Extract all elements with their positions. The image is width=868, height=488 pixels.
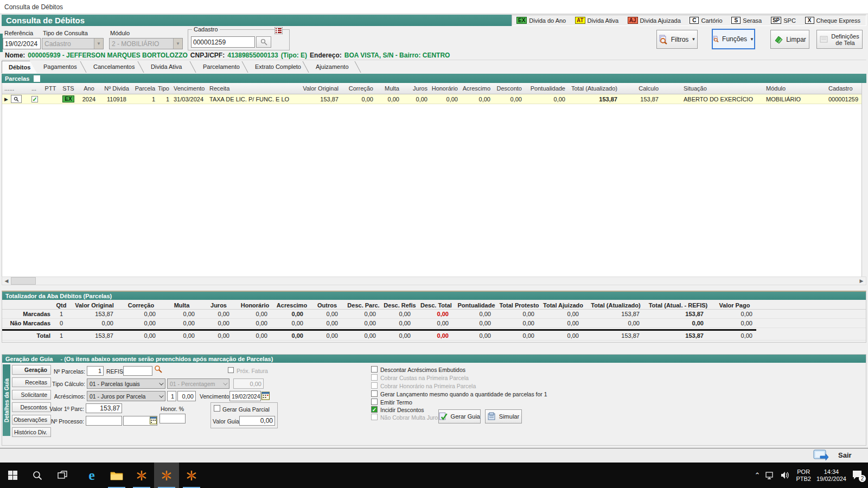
limpar-button[interactable]: Limpar: [770, 30, 809, 49]
header-cell[interactable]: Acrescimo: [460, 83, 493, 94]
header-cell[interactable]: Receita: [207, 83, 293, 94]
scroll-left-button[interactable]: ◀: [2, 277, 11, 285]
definicoes-tela-button[interactable]: Definiçõesde Tela: [816, 30, 863, 49]
filtros-button[interactable]: Filtros▼: [656, 30, 698, 49]
side-button-gera-o[interactable]: Geração: [12, 365, 51, 375]
referencia-input[interactable]: 19/02/2024: [3, 38, 41, 49]
header-cell[interactable]: Honorário: [430, 83, 460, 94]
honor-input[interactable]: [159, 414, 186, 423]
tray-expand-chevron[interactable]: ⌃: [755, 471, 761, 479]
detalhes-da-guia-tab[interactable]: Detalhes da Guia: [3, 364, 10, 436]
prox-fatura-checkbox[interactable]: [228, 367, 234, 373]
funcoes-button[interactable]: Funções▼: [712, 29, 755, 49]
gerar-guia-parcial-checkbox[interactable]: [214, 405, 220, 412]
app-button-3[interactable]: [179, 463, 204, 488]
valor-guia-input[interactable]: 0,00: [239, 416, 275, 426]
header-cell[interactable]: Tipo: [157, 83, 171, 94]
taskbar-search-button[interactable]: [25, 463, 50, 488]
sair-button[interactable]: Sair: [838, 451, 852, 459]
start-button[interactable]: [0, 463, 25, 488]
header-cell[interactable]: Juros: [401, 83, 430, 94]
header-cell[interactable]: Situação: [661, 83, 764, 94]
language-indicator[interactable]: PORPTB2: [796, 468, 811, 483]
geracao-checkbox-7[interactable]: [371, 414, 378, 420]
processo-calendar-button[interactable]: [150, 416, 157, 425]
acrescimos-select[interactable]: 01 - Juros por Parcela: [87, 391, 165, 401]
geracao-checkbox-5[interactable]: [371, 399, 378, 405]
geracao-checkbox-6[interactable]: ✓: [371, 406, 378, 413]
refis-input[interactable]: [123, 366, 152, 376]
refis-search-button[interactable]: [154, 365, 163, 374]
network-icon[interactable]: [765, 472, 775, 479]
row-zoom-button[interactable]: [11, 95, 22, 103]
totalizador-value: 0,00: [236, 332, 274, 339]
task-view-button[interactable]: [50, 463, 75, 488]
parcelas-select-all-checkbox[interactable]: [34, 75, 40, 82]
geracao-checkbox-1[interactable]: [371, 366, 378, 373]
grid-options-icon[interactable]: [275, 27, 283, 34]
cadastro-search-button[interactable]: [256, 36, 271, 48]
header-cell[interactable]: STS: [59, 83, 78, 94]
tipo-consulta-select[interactable]: Cadastro▼: [42, 38, 104, 49]
tab-extrato-completo[interactable]: Extrato Completo: [248, 61, 309, 73]
header-cell[interactable]: Parcela: [133, 83, 157, 94]
modulo-select[interactable]: 2 - MOBILIÁRIO▼: [109, 38, 183, 49]
tab-divida-ativa[interactable]: Divida Ativa: [144, 61, 196, 73]
gerar-guia-button[interactable]: Gerar Guia: [438, 409, 481, 423]
table-row[interactable]: ▶✓EX20241109181131/03/2024TAXA DE LIC. P…: [2, 94, 861, 104]
scrollbar-thumb[interactable]: [11, 277, 36, 285]
header-cell[interactable]: Multa: [375, 83, 401, 94]
row-checkbox-checked[interactable]: ✓: [31, 96, 38, 102]
header-cell[interactable]: Valor Original: [293, 83, 341, 94]
header-cell[interactable]: Nº Divida: [100, 83, 133, 94]
simular-button[interactable]: Simular: [485, 409, 522, 423]
geracao-checkbox-4[interactable]: [371, 390, 378, 397]
header-cell[interactable]: ......: [2, 83, 29, 94]
header-cell[interactable]: Ano: [78, 83, 100, 94]
geracao-checkbox-2[interactable]: [371, 374, 378, 381]
geracao-checkbox-3[interactable]: [371, 382, 378, 389]
file-explorer-button[interactable]: [104, 463, 129, 488]
tab-ajuizamento[interactable]: Ajuizamento: [309, 61, 361, 73]
processo-input-1[interactable]: [86, 416, 122, 426]
tab-d-bitos[interactable]: Débitos: [2, 61, 37, 73]
header-cell[interactable]: Cadastro: [826, 83, 861, 94]
side-button-receitas[interactable]: Receitas: [12, 377, 51, 387]
totalizador-value: 0,00: [201, 311, 236, 317]
notifications-button[interactable]: 2: [852, 470, 865, 481]
app-button-1[interactable]: [129, 463, 154, 488]
side-button-solicitante[interactable]: Solicitante: [12, 390, 51, 400]
tab-pagamentos[interactable]: Pagamentos: [37, 61, 87, 73]
tipo-calculo-select[interactable]: 01 - Parcelas Iguais: [87, 378, 165, 389]
side-button-observa-es[interactable]: Observações: [12, 415, 51, 425]
cadastro-input[interactable]: 000001259: [191, 36, 255, 48]
header-cell[interactable]: Vencimento: [171, 83, 207, 94]
internet-explorer-button[interactable]: e: [79, 463, 104, 488]
header-cell[interactable]: Correção: [341, 83, 375, 94]
side-button-descontos[interactable]: Descontos: [12, 402, 51, 412]
header-cell[interactable]: Total (Atualizado): [567, 83, 620, 94]
speaker-icon[interactable]: [781, 471, 790, 479]
header-cell[interactable]: Desconto: [493, 83, 524, 94]
header-cell[interactable]: ...: [29, 83, 42, 94]
n-parcelas-input[interactable]: 1: [87, 366, 104, 376]
header-cell[interactable]: PTT: [42, 83, 59, 94]
sair-icon-button[interactable]: [813, 450, 829, 461]
vencimento-calendar-button[interactable]: [261, 391, 270, 400]
clock[interactable]: 14:3419/02/2024: [816, 468, 846, 483]
horizontal-scrollbar[interactable]: ◀ ▶: [2, 277, 866, 285]
valor1-input[interactable]: 153,87: [86, 403, 122, 413]
app-icon: [161, 470, 173, 481]
header-cell[interactable]: Calculo: [620, 83, 661, 94]
side-button-hist-rico-div-[interactable]: Histórico Div.: [12, 427, 51, 437]
header-cell[interactable]: Módulo: [764, 83, 826, 94]
legend-label: Serasa: [743, 17, 762, 24]
header-cell[interactable]: Pontualidade: [524, 83, 567, 94]
vencimento-input[interactable]: 19/02/2024: [229, 391, 261, 401]
tab-parcelamento[interactable]: Parcelamento: [196, 61, 248, 73]
tab-cancelamentos[interactable]: Cancelamentos: [87, 61, 144, 73]
acresc-valor-input[interactable]: 0,00: [177, 391, 196, 401]
acresc-qtd-input[interactable]: 1: [167, 391, 176, 401]
app-button-2-active[interactable]: [154, 463, 179, 488]
scroll-right-button[interactable]: ▶: [857, 277, 866, 285]
